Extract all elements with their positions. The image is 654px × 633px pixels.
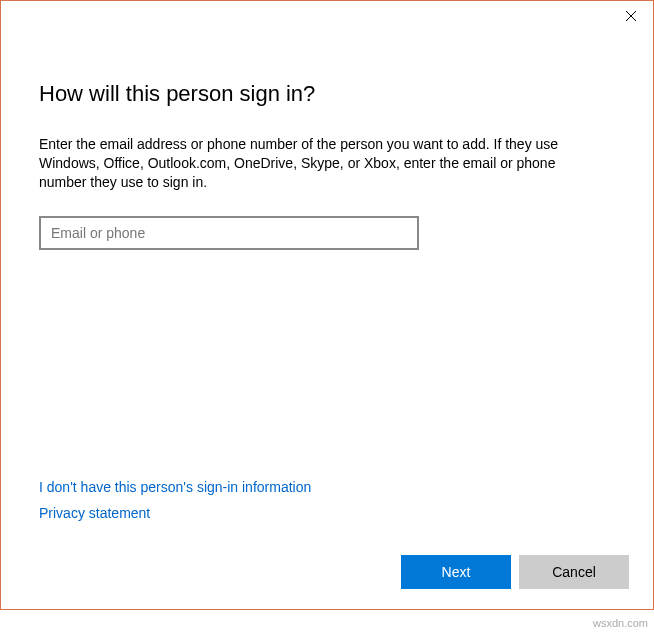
add-user-dialog: How will this person sign in? Enter the … bbox=[0, 0, 654, 610]
watermark-text: wsxdn.com bbox=[593, 617, 648, 629]
close-button[interactable] bbox=[608, 1, 653, 31]
next-button[interactable]: Next bbox=[401, 555, 511, 589]
dialog-description: Enter the email address or phone number … bbox=[39, 135, 599, 192]
email-or-phone-input[interactable] bbox=[39, 216, 419, 250]
no-sign-in-info-link[interactable]: I don't have this person's sign-in infor… bbox=[39, 479, 311, 495]
dialog-content: How will this person sign in? Enter the … bbox=[1, 1, 653, 250]
close-icon bbox=[625, 10, 637, 22]
dialog-title: How will this person sign in? bbox=[39, 81, 615, 107]
button-row: Next Cancel bbox=[401, 555, 629, 589]
links-section: I don't have this person's sign-in infor… bbox=[39, 479, 311, 531]
cancel-button[interactable]: Cancel bbox=[519, 555, 629, 589]
input-container bbox=[39, 216, 419, 250]
privacy-statement-link[interactable]: Privacy statement bbox=[39, 505, 311, 521]
